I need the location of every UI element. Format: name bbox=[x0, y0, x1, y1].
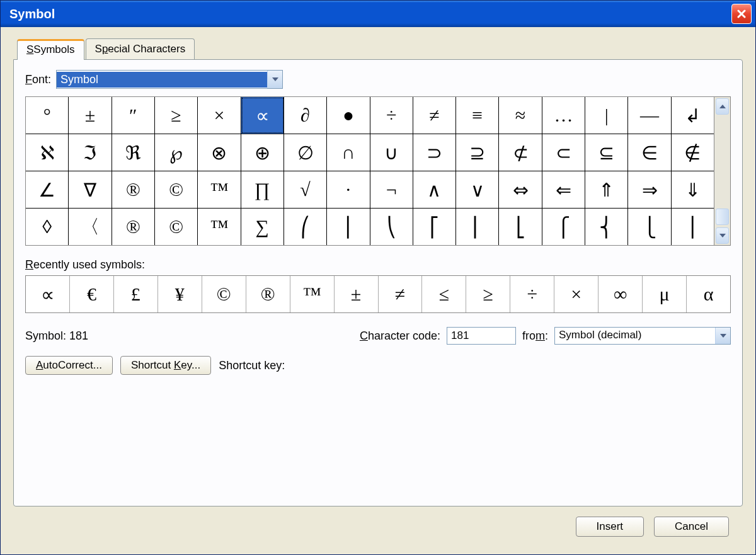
recent-symbol-cell[interactable]: ≤ bbox=[422, 276, 466, 312]
symbol-cell[interactable]: ∧ bbox=[413, 171, 456, 208]
symbol-cell[interactable]: ≡ bbox=[456, 97, 499, 134]
symbol-cell[interactable]: ↲ bbox=[672, 97, 714, 134]
symbol-cell[interactable]: ∠ bbox=[26, 171, 69, 208]
symbol-cell[interactable]: ⇑ bbox=[585, 171, 628, 208]
symbol-cell[interactable]: ● bbox=[327, 97, 370, 134]
recent-symbol-cell[interactable]: ¥ bbox=[158, 276, 202, 312]
symbol-cell[interactable]: ÷ bbox=[370, 97, 413, 134]
symbol-cell[interactable]: ∩ bbox=[327, 134, 370, 171]
symbol-cell[interactable]: ⎩ bbox=[628, 209, 671, 245]
symbol-cell[interactable]: ⊆ bbox=[585, 134, 628, 171]
symbol-cell[interactable]: ⊂ bbox=[542, 134, 585, 171]
recent-symbol-cell[interactable]: ® bbox=[246, 276, 290, 312]
scroll-up-button[interactable] bbox=[716, 98, 729, 115]
symbol-cell[interactable]: ∂ bbox=[284, 97, 327, 134]
symbol-cell[interactable]: ⊇ bbox=[456, 134, 499, 171]
scroll-down-button[interactable] bbox=[716, 227, 729, 244]
symbol-cell[interactable]: × bbox=[198, 97, 241, 134]
symbol-cell[interactable]: ⎢ bbox=[456, 209, 499, 245]
recent-symbol-cell[interactable]: × bbox=[554, 276, 598, 312]
symbol-cell[interactable]: ⊗ bbox=[198, 134, 241, 171]
scroll-thumb[interactable] bbox=[716, 209, 729, 225]
symbol-cell[interactable]: ℵ bbox=[26, 134, 69, 171]
symbol-cell[interactable]: ≠ bbox=[413, 97, 456, 134]
symbol-grid[interactable]: °±″≥×∝∂●÷≠≡≈…|—↲ℵℑℜ℘⊗⊕∅∩∪⊃⊇⊄⊂⊆∈∉∠∇®©™∏√·… bbox=[25, 96, 714, 246]
symbol-cell[interactable]: ⊕ bbox=[241, 134, 284, 171]
symbol-cell[interactable]: ∏ bbox=[241, 171, 284, 208]
symbol-cell[interactable]: ∑ bbox=[241, 209, 284, 245]
scroll-track[interactable] bbox=[714, 116, 730, 226]
symbol-cell[interactable]: © bbox=[155, 209, 198, 245]
symbol-cell[interactable]: ⇓ bbox=[672, 171, 714, 208]
symbol-cell[interactable]: ⊄ bbox=[499, 134, 542, 171]
symbol-cell[interactable]: · bbox=[327, 171, 370, 208]
char-code-input[interactable] bbox=[447, 327, 516, 345]
symbol-cell[interactable]: ™ bbox=[198, 171, 241, 208]
tab-symbols[interactable]: SSymbols bbox=[17, 39, 84, 60]
shortcut-key-button[interactable]: Shortcut Key... bbox=[120, 356, 211, 375]
recent-symbol-cell[interactable]: ≥ bbox=[466, 276, 510, 312]
symbol-cell[interactable]: √ bbox=[284, 171, 327, 208]
symbol-cell[interactable]: ∇ bbox=[69, 171, 112, 208]
recent-symbol-cell[interactable]: © bbox=[202, 276, 246, 312]
symbol-cell[interactable]: ⎧ bbox=[542, 209, 585, 245]
recent-symbol-cell[interactable]: € bbox=[70, 276, 114, 312]
symbol-cell[interactable]: ⎣ bbox=[499, 209, 542, 245]
symbol-cell[interactable]: ™ bbox=[198, 209, 241, 245]
recent-symbol-cell[interactable]: α bbox=[687, 276, 730, 312]
symbol-cell[interactable]: ⇐ bbox=[542, 171, 585, 208]
symbol-cell[interactable]: ∅ bbox=[284, 134, 327, 171]
symbol-cell[interactable]: ⎪ bbox=[327, 209, 370, 245]
recent-symbol-cell[interactable]: ≠ bbox=[379, 276, 423, 312]
font-select[interactable]: Symbol bbox=[56, 70, 283, 89]
symbol-cell[interactable]: ⎪ bbox=[672, 209, 714, 245]
symbol-cell[interactable]: ″ bbox=[112, 97, 155, 134]
symbol-cell[interactable]: ∪ bbox=[370, 134, 413, 171]
symbol-cell[interactable]: ⎨ bbox=[585, 209, 628, 245]
symbol-cell[interactable]: | bbox=[585, 97, 628, 134]
recent-symbol-cell[interactable]: ÷ bbox=[510, 276, 554, 312]
cancel-button[interactable]: Cancel bbox=[654, 517, 729, 537]
symbol-cell[interactable]: ⎝ bbox=[370, 209, 413, 245]
recent-symbol-cell[interactable]: ± bbox=[335, 276, 379, 312]
symbol-cell[interactable]: ∝ bbox=[241, 97, 284, 134]
recent-symbols-grid[interactable]: ∝€£¥©®™±≠≤≥÷×∞μα bbox=[25, 275, 731, 313]
symbol-cell[interactable]: ≥ bbox=[155, 97, 198, 134]
close-button[interactable] bbox=[731, 4, 752, 24]
symbol-cell[interactable]: ∈ bbox=[628, 134, 671, 171]
recent-symbol-cell[interactable]: ™ bbox=[290, 276, 335, 312]
insert-button[interactable]: Insert bbox=[576, 517, 644, 537]
symbol-cell[interactable]: ⎡ bbox=[413, 209, 456, 245]
recent-symbol-cell[interactable]: £ bbox=[114, 276, 158, 312]
symbol-name: Symbol: 181 bbox=[25, 329, 88, 343]
autocorrect-button[interactable]: AutoCorrect... bbox=[25, 356, 113, 375]
recent-symbol-cell[interactable]: μ bbox=[643, 276, 687, 312]
symbol-cell[interactable]: ∨ bbox=[456, 171, 499, 208]
from-dropdown-button[interactable] bbox=[715, 328, 730, 344]
symbol-cell[interactable]: ⎛ bbox=[284, 209, 327, 245]
symbol-cell[interactable]: ∉ bbox=[672, 134, 714, 171]
symbol-cell[interactable]: ⇒ bbox=[628, 171, 671, 208]
symbol-cell[interactable]: 〈 bbox=[69, 209, 112, 245]
recent-symbol-cell[interactable]: ∞ bbox=[598, 276, 643, 312]
symbol-cell[interactable]: ℑ bbox=[69, 134, 112, 171]
symbol-grid-scrollbar[interactable] bbox=[714, 96, 731, 246]
from-select[interactable]: Symbol (decimal) bbox=[554, 327, 731, 345]
tab-special-characters[interactable]: Special Characters bbox=[86, 38, 195, 59]
recent-symbol-cell[interactable]: ∝ bbox=[26, 276, 70, 312]
font-dropdown-button[interactable] bbox=[267, 71, 282, 88]
symbol-cell[interactable]: ℘ bbox=[155, 134, 198, 171]
symbol-cell[interactable]: ≈ bbox=[499, 97, 542, 134]
symbol-cell[interactable]: ⇔ bbox=[499, 171, 542, 208]
symbol-cell[interactable]: ⊃ bbox=[413, 134, 456, 171]
symbol-cell[interactable]: ℜ bbox=[112, 134, 155, 171]
symbol-cell[interactable]: ® bbox=[112, 209, 155, 245]
symbol-cell[interactable]: ¬ bbox=[370, 171, 413, 208]
symbol-cell[interactable]: © bbox=[155, 171, 198, 208]
symbol-cell[interactable]: … bbox=[542, 97, 585, 134]
symbol-cell[interactable]: ± bbox=[69, 97, 112, 134]
symbol-cell[interactable]: — bbox=[628, 97, 671, 134]
symbol-cell[interactable]: ◊ bbox=[26, 209, 69, 245]
symbol-cell[interactable]: ® bbox=[112, 171, 155, 208]
symbol-cell[interactable]: ° bbox=[26, 97, 69, 134]
